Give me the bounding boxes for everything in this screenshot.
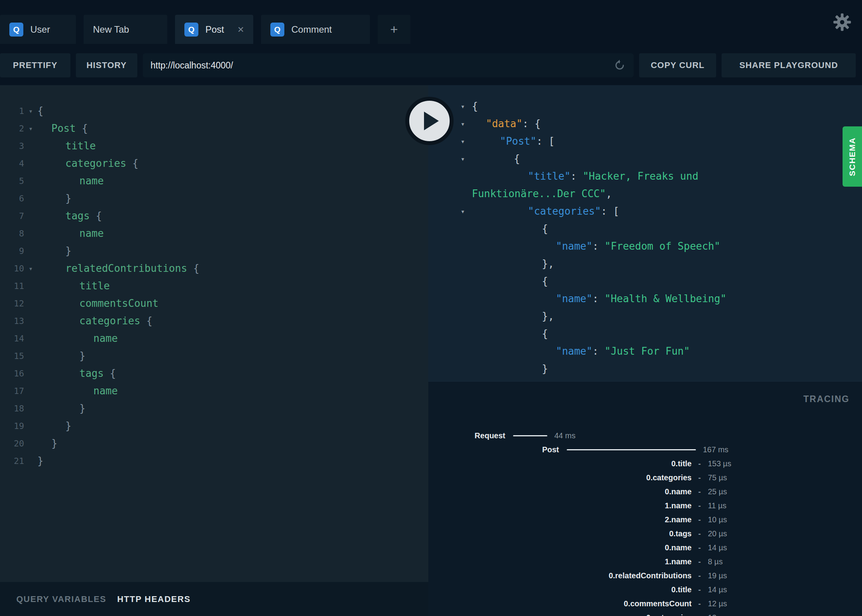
- trace-duration: 75 µs: [708, 473, 727, 482]
- code-text: title: [37, 137, 96, 155]
- code-text: }: [37, 190, 72, 207]
- tab-post[interactable]: Q Post ×: [175, 15, 253, 44]
- response-line: {: [428, 325, 862, 343]
- query-line[interactable]: 11title: [0, 277, 428, 295]
- trace-row: 0.name-14 µs: [428, 541, 862, 555]
- line-number: 18: [0, 400, 24, 417]
- field-token: tags: [79, 368, 104, 379]
- query-line[interactable]: 21}: [0, 452, 428, 470]
- prettify-button[interactable]: PRETTIFY: [0, 53, 70, 77]
- settings-gear-icon[interactable]: [833, 13, 851, 33]
- trace-duration: 13 µs: [708, 613, 727, 616]
- url-bar[interactable]: [143, 53, 634, 77]
- trace-label: 0.title: [428, 585, 692, 594]
- json-text: ],: [472, 378, 540, 382]
- fold-gutter: [24, 190, 37, 207]
- query-line[interactable]: 12commentsCount: [0, 295, 428, 312]
- query-line[interactable]: 6}: [0, 190, 428, 207]
- copy-curl-button[interactable]: COPY CURL: [639, 53, 716, 77]
- collapse-arrow-icon[interactable]: ▾: [428, 150, 472, 168]
- dash: -: [698, 613, 701, 616]
- share-playground-button[interactable]: SHARE PLAYGROUND: [722, 53, 856, 77]
- tab-label: User: [30, 24, 50, 35]
- query-line[interactable]: 20}: [0, 435, 428, 452]
- query-editor-lines[interactable]: 1▾{2▾Post {3title4categories {5name6}7ta…: [0, 85, 428, 582]
- history-button[interactable]: HISTORY: [76, 53, 137, 77]
- fold-gutter: [428, 273, 472, 290]
- query-line[interactable]: 13categories {: [0, 312, 428, 330]
- fold-gutter: [24, 312, 37, 330]
- trace-label: 0.name: [428, 543, 692, 552]
- tab-user[interactable]: Q User: [0, 15, 76, 44]
- code-text: categories {: [37, 312, 152, 330]
- query-line[interactable]: 19}: [0, 417, 428, 435]
- tracing-panel: TRACING Request44 msPost167 ms0.title-15…: [428, 382, 862, 616]
- query-line[interactable]: 15}: [0, 347, 428, 365]
- fold-gutter: [428, 290, 472, 308]
- trace-row: Request44 ms: [428, 429, 862, 443]
- field-token: relatedContributions: [65, 262, 187, 274]
- query-variables-tab[interactable]: QUERY VARIABLES: [16, 594, 106, 604]
- fold-arrow-icon[interactable]: ▾: [24, 260, 37, 277]
- response-line: {: [428, 220, 862, 238]
- close-tab-icon[interactable]: ×: [231, 24, 244, 35]
- response-viewer: ▾{▾"data": {▾"Post": [▾{"title": "Hacker…: [428, 85, 862, 382]
- play-icon: [424, 112, 439, 130]
- query-line[interactable]: 5name: [0, 172, 428, 190]
- execute-button[interactable]: [405, 97, 454, 145]
- trace-label: 0.title: [428, 459, 692, 468]
- endpoint-url-input[interactable]: [151, 60, 608, 71]
- query-badge: Q: [270, 23, 284, 37]
- fold-gutter: [24, 295, 37, 312]
- response-line: ▾"categories": [: [428, 203, 862, 220]
- punctuation-token: }: [37, 455, 44, 467]
- trace-duration: 153 µs: [708, 459, 731, 468]
- query-line[interactable]: 2▾Post {: [0, 120, 428, 137]
- query-line[interactable]: 18}: [0, 400, 428, 417]
- query-line[interactable]: 17name: [0, 382, 428, 400]
- tracing-title: TRACING: [428, 394, 862, 404]
- query-line[interactable]: 4categories {: [0, 155, 428, 172]
- code-text: }: [37, 452, 44, 470]
- reload-icon[interactable]: [613, 59, 626, 72]
- tab-new-tab[interactable]: New Tab: [84, 15, 167, 44]
- line-number: 2: [0, 120, 24, 137]
- response-line: },: [428, 255, 862, 273]
- query-line[interactable]: 16tags {: [0, 365, 428, 382]
- dash: -: [698, 571, 701, 580]
- fold-gutter: [428, 255, 472, 273]
- fold-gutter: [24, 225, 37, 242]
- collapse-arrow-icon[interactable]: ▾: [428, 203, 472, 220]
- key-token: "name": [556, 345, 592, 357]
- query-editor-pane[interactable]: 1▾{2▾Post {3title4categories {5name6}7ta…: [0, 85, 428, 616]
- tab-comment[interactable]: Q Comment: [261, 15, 370, 44]
- query-line[interactable]: 1▾{: [0, 102, 428, 120]
- trace-duration: 25 µs: [708, 487, 727, 496]
- response-line: ▾{: [428, 98, 862, 115]
- punctuation-token: : [: [536, 135, 555, 147]
- punctuation-token: {: [126, 158, 138, 169]
- trace-label: 0.categories: [428, 613, 692, 616]
- query-line[interactable]: 9}: [0, 242, 428, 260]
- fold-arrow-icon[interactable]: ▾: [24, 102, 37, 120]
- field-token: name: [79, 228, 104, 239]
- query-line[interactable]: 10▾relatedContributions {: [0, 260, 428, 277]
- fold-arrow-icon[interactable]: ▾: [24, 120, 37, 137]
- schema-tab[interactable]: SCHEMA: [843, 126, 862, 187]
- punctuation-token: {: [542, 223, 548, 234]
- code-text: name: [37, 225, 104, 242]
- code-text: }: [37, 347, 86, 365]
- new-tab-button[interactable]: +: [378, 15, 410, 44]
- query-line[interactable]: 7tags {: [0, 207, 428, 225]
- query-line[interactable]: 3title: [0, 137, 428, 155]
- http-headers-tab[interactable]: HTTP HEADERS: [117, 594, 191, 604]
- json-text: "categories": [: [472, 203, 619, 220]
- query-line[interactable]: 14name: [0, 330, 428, 347]
- json-text: "name": "Just For Fun": [472, 343, 690, 360]
- query-line[interactable]: 8name: [0, 225, 428, 242]
- trace-row: 1.name-8 µs: [428, 555, 862, 569]
- tab-label: Post: [205, 24, 224, 35]
- punctuation-token: : [: [601, 205, 619, 217]
- json-text: "title": "Hacker, Freaks und: [472, 168, 698, 185]
- code-text: }: [37, 417, 72, 435]
